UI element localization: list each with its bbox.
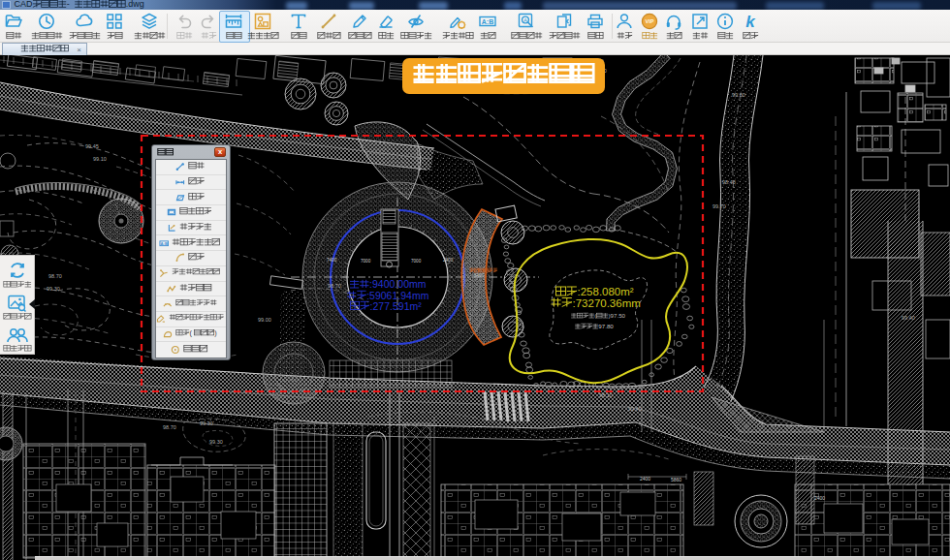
svg-text:98.70: 98.70 — [163, 424, 176, 430]
svg-text:99.45: 99.45 — [85, 143, 99, 149]
svg-text:98.70: 98.70 — [48, 273, 62, 279]
svg-text:99.30: 99.30 — [47, 286, 60, 292]
svg-text:99.30: 99.30 — [200, 420, 213, 426]
svg-text:2400: 2400 — [443, 258, 454, 263]
svg-text::258.080m²: :258.080m² — [578, 286, 634, 297]
svg-text:99.70: 99.70 — [712, 203, 726, 209]
svg-text:A:B: A:B — [482, 18, 493, 25]
svg-text:(: ( — [189, 329, 192, 337]
svg-text:): ) — [214, 329, 216, 337]
svg-text:99.40: 99.40 — [902, 315, 915, 321]
svg-text:5860: 5860 — [671, 477, 681, 482]
svg-text:2400: 2400 — [814, 495, 825, 501]
svg-text:7000: 7000 — [411, 259, 422, 264]
svg-text:A: A — [523, 17, 527, 23]
svg-text:VIP: VIP — [645, 18, 653, 24]
svg-text:99.30: 99.30 — [732, 92, 745, 98]
svg-text:98.70: 98.70 — [328, 283, 341, 289]
svg-text:97.80: 97.80 — [598, 323, 614, 329]
svg-text:7000: 7000 — [361, 259, 371, 264]
svg-text:98.10: 98.10 — [599, 392, 613, 398]
svg-text:99.10: 99.10 — [93, 156, 107, 162]
svg-text::277.591m²: :277.591m² — [370, 300, 423, 312]
svg-text::9400.00mm: :9400.00mm — [369, 278, 427, 290]
svg-text:CAD: CAD — [15, 0, 34, 9]
svg-text:99.30: 99.30 — [209, 439, 223, 445]
svg-text:k: k — [745, 13, 756, 31]
svg-text:98.40: 98.40 — [722, 179, 736, 185]
svg-text:99.00: 99.00 — [258, 317, 271, 323]
svg-text:-: - — [67, 0, 70, 9]
svg-text:7400: 7400 — [327, 258, 337, 263]
svg-text:.dwg: .dwg — [126, 0, 144, 9]
svg-text:)97.50: )97.50 — [609, 312, 626, 319]
svg-text::73270.36mm: :73270.36mm — [573, 297, 641, 309]
svg-text:A:B: A:B — [161, 241, 168, 246]
svg-text:99.40: 99.40 — [628, 406, 642, 412]
